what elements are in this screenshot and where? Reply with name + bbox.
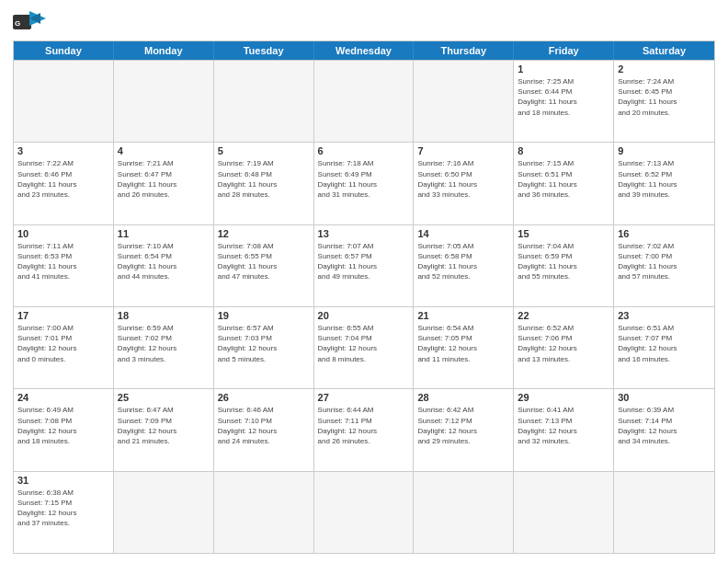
day-number: 2 (618, 63, 711, 75)
day-number: 13 (318, 228, 410, 239)
cell-info: Sunrise: 7:08 AMSunset: 6:55 PMDaylight:… (218, 241, 310, 282)
cell-info: Sunrise: 7:00 AMSunset: 7:01 PMDaylight:… (17, 323, 109, 364)
cell-info: Sunrise: 7:07 AMSunset: 6:57 PMDaylight:… (318, 241, 410, 282)
calendar-cell: 13Sunrise: 7:07 AMSunset: 6:57 PMDayligh… (314, 225, 415, 306)
calendar-cell: 16Sunrise: 7:02 AMSunset: 7:00 PMDayligh… (614, 225, 714, 306)
weekday-header: Monday (114, 41, 214, 60)
calendar-cell (214, 61, 314, 142)
calendar-cell: 23Sunrise: 6:51 AMSunset: 7:07 PMDayligh… (614, 307, 714, 388)
calendar-cell: 9Sunrise: 7:13 AMSunset: 6:52 PMDaylight… (614, 143, 714, 224)
weekday-header: Tuesday (214, 41, 314, 60)
calendar-cell: 11Sunrise: 7:10 AMSunset: 6:54 PMDayligh… (114, 225, 214, 306)
calendar-cell: 18Sunrise: 6:59 AMSunset: 7:02 PMDayligh… (114, 307, 214, 388)
calendar-row: 24Sunrise: 6:49 AMSunset: 7:08 PMDayligh… (14, 388, 714, 470)
cell-info: Sunrise: 6:59 AMSunset: 7:02 PMDaylight:… (118, 323, 210, 364)
cell-info: Sunrise: 7:04 AMSunset: 6:59 PMDaylight:… (518, 241, 609, 282)
calendar-cell: 8Sunrise: 7:15 AMSunset: 6:51 PMDaylight… (514, 143, 614, 224)
calendar-cell (414, 472, 514, 553)
cell-info: Sunrise: 6:51 AMSunset: 7:07 PMDaylight:… (618, 323, 711, 364)
day-number: 18 (118, 310, 210, 321)
day-number: 16 (618, 228, 711, 239)
day-number: 29 (518, 392, 609, 403)
calendar-cell: 21Sunrise: 6:54 AMSunset: 7:05 PMDayligh… (414, 307, 514, 388)
calendar-cell: 19Sunrise: 6:57 AMSunset: 7:03 PMDayligh… (214, 307, 314, 388)
day-number: 21 (417, 310, 509, 321)
day-number: 11 (118, 228, 210, 239)
calendar-cell: 24Sunrise: 6:49 AMSunset: 7:08 PMDayligh… (14, 389, 114, 470)
day-number: 26 (218, 392, 310, 403)
logo-icon: G (13, 9, 46, 35)
day-number: 28 (417, 392, 509, 403)
day-number: 25 (118, 392, 210, 403)
calendar-cell (614, 472, 714, 553)
calendar-cell: 17Sunrise: 7:00 AMSunset: 7:01 PMDayligh… (14, 307, 114, 388)
header: G (13, 9, 715, 35)
day-number: 6 (318, 145, 410, 156)
cell-info: Sunrise: 6:42 AMSunset: 7:12 PMDaylight:… (417, 405, 509, 446)
weekday-header: Friday (514, 41, 614, 60)
day-number: 3 (17, 145, 109, 156)
cell-info: Sunrise: 7:15 AMSunset: 6:51 PMDaylight:… (518, 158, 609, 200)
day-number: 20 (318, 310, 410, 321)
cell-info: Sunrise: 7:25 AMSunset: 6:44 PMDaylight:… (518, 76, 609, 118)
calendar-cell: 4Sunrise: 7:21 AMSunset: 6:47 PMDaylight… (114, 143, 214, 224)
cell-info: Sunrise: 7:11 AMSunset: 6:53 PMDaylight:… (17, 241, 109, 282)
weekday-header: Wednesday (314, 41, 415, 60)
calendar-cell: 6Sunrise: 7:18 AMSunset: 6:49 PMDaylight… (314, 143, 415, 224)
calendar-cell: 30Sunrise: 6:39 AMSunset: 7:14 PMDayligh… (614, 389, 714, 470)
calendar-cell: 22Sunrise: 6:52 AMSunset: 7:06 PMDayligh… (514, 307, 614, 388)
cell-info: Sunrise: 6:54 AMSunset: 7:05 PMDaylight:… (417, 323, 509, 364)
calendar-cell: 14Sunrise: 7:05 AMSunset: 6:58 PMDayligh… (414, 225, 514, 306)
calendar-cell: 27Sunrise: 6:44 AMSunset: 7:11 PMDayligh… (314, 389, 415, 470)
day-number: 1 (518, 63, 609, 75)
day-number: 22 (518, 310, 609, 321)
calendar-row: 17Sunrise: 7:00 AMSunset: 7:01 PMDayligh… (14, 306, 714, 388)
calendar-row: 1Sunrise: 7:25 AMSunset: 6:44 PMDaylight… (14, 60, 714, 142)
calendar-header: SundayMondayTuesdayWednesdayThursdayFrid… (14, 41, 714, 60)
cell-info: Sunrise: 7:05 AMSunset: 6:58 PMDaylight:… (417, 241, 509, 282)
cell-info: Sunrise: 6:41 AMSunset: 7:13 PMDaylight:… (518, 405, 609, 446)
cell-info: Sunrise: 6:47 AMSunset: 7:09 PMDaylight:… (118, 405, 210, 446)
cell-info: Sunrise: 7:16 AMSunset: 6:50 PMDaylight:… (417, 158, 509, 200)
cell-info: Sunrise: 6:55 AMSunset: 7:04 PMDaylight:… (318, 323, 410, 364)
cell-info: Sunrise: 6:46 AMSunset: 7:10 PMDaylight:… (218, 405, 310, 446)
day-number: 12 (218, 228, 310, 239)
calendar-cell: 31Sunrise: 6:38 AMSunset: 7:15 PMDayligh… (14, 472, 114, 553)
calendar-cell: 29Sunrise: 6:41 AMSunset: 7:13 PMDayligh… (514, 389, 614, 470)
logo: G (13, 9, 50, 35)
calendar-cell (314, 472, 415, 553)
calendar-row: 3Sunrise: 7:22 AMSunset: 6:46 PMDaylight… (14, 142, 714, 224)
day-number: 14 (417, 228, 509, 239)
day-number: 23 (618, 310, 711, 321)
calendar-cell: 3Sunrise: 7:22 AMSunset: 6:46 PMDaylight… (14, 143, 114, 224)
calendar-row: 10Sunrise: 7:11 AMSunset: 6:53 PMDayligh… (14, 224, 714, 306)
calendar-cell (114, 61, 214, 142)
cell-info: Sunrise: 7:10 AMSunset: 6:54 PMDaylight:… (118, 241, 210, 282)
calendar-cell: 12Sunrise: 7:08 AMSunset: 6:55 PMDayligh… (214, 225, 314, 306)
cell-info: Sunrise: 6:38 AMSunset: 7:15 PMDaylight:… (17, 488, 109, 529)
cell-info: Sunrise: 7:21 AMSunset: 6:47 PMDaylight:… (118, 158, 210, 200)
day-number: 7 (417, 145, 509, 156)
calendar-cell (214, 472, 314, 553)
day-number: 15 (518, 228, 609, 239)
day-number: 9 (618, 145, 711, 156)
calendar-cell: 7Sunrise: 7:16 AMSunset: 6:50 PMDaylight… (414, 143, 514, 224)
calendar-cell (514, 472, 614, 553)
calendar-cell (114, 472, 214, 553)
day-number: 10 (17, 228, 109, 239)
cell-info: Sunrise: 7:19 AMSunset: 6:48 PMDaylight:… (218, 158, 310, 200)
calendar-cell: 26Sunrise: 6:46 AMSunset: 7:10 PMDayligh… (214, 389, 314, 470)
calendar-cell: 28Sunrise: 6:42 AMSunset: 7:12 PMDayligh… (414, 389, 514, 470)
cell-info: Sunrise: 7:22 AMSunset: 6:46 PMDaylight:… (17, 158, 109, 200)
day-number: 5 (218, 145, 310, 156)
day-number: 19 (218, 310, 310, 321)
cell-info: Sunrise: 7:02 AMSunset: 7:00 PMDaylight:… (618, 241, 711, 282)
calendar-cell: 2Sunrise: 7:24 AMSunset: 6:45 PMDaylight… (614, 61, 714, 142)
cell-info: Sunrise: 6:57 AMSunset: 7:03 PMDaylight:… (218, 323, 310, 364)
calendar-cell: 1Sunrise: 7:25 AMSunset: 6:44 PMDaylight… (514, 61, 614, 142)
cell-info: Sunrise: 7:13 AMSunset: 6:52 PMDaylight:… (618, 158, 711, 200)
calendar-cell (414, 61, 514, 142)
calendar-row: 31Sunrise: 6:38 AMSunset: 7:15 PMDayligh… (14, 471, 714, 553)
calendar-cell: 20Sunrise: 6:55 AMSunset: 7:04 PMDayligh… (314, 307, 415, 388)
calendar-cell (14, 61, 114, 142)
